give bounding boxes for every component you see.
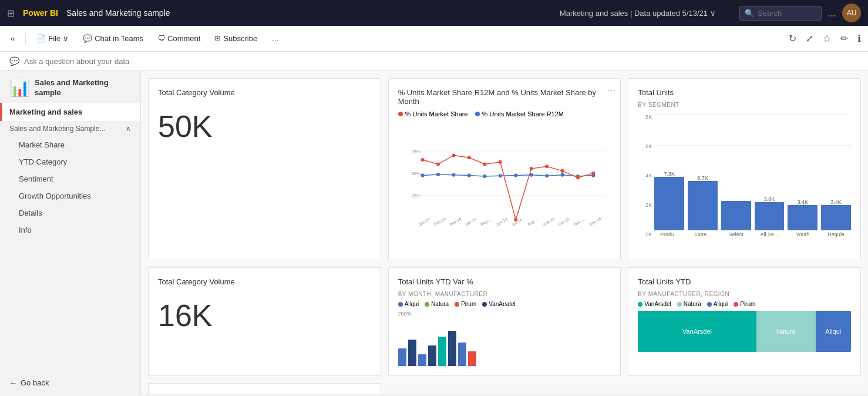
legend-aliqui: Aliqui xyxy=(398,301,419,307)
svg-text:25%: 25% xyxy=(411,193,420,199)
bar-chart-total-units[interactable]: 8K6K4K2K0K 7.3K xyxy=(638,114,851,249)
legend-dot-blue xyxy=(475,112,480,116)
legend-vanarsdel-ytd: VanArsdel xyxy=(638,301,671,307)
refresh-icon[interactable]: ↻ xyxy=(786,31,799,46)
legend-dot-red xyxy=(398,112,403,116)
legend-vanarsdel: VanArsdel xyxy=(482,301,515,307)
svg-point-6 xyxy=(420,173,424,177)
mini-bar xyxy=(448,331,456,366)
comment-label: Comment xyxy=(167,34,200,43)
bar-regula[interactable]: 3.4K Regula xyxy=(821,199,851,237)
main-layout: 📊 Sales and Marketing sample Marketing a… xyxy=(0,71,868,394)
ytd-var-bar-chart[interactable] xyxy=(398,319,611,366)
sidebar-item-marketing-sales[interactable]: Marketing and sales xyxy=(0,103,140,121)
bar-extre[interactable]: 6.7K Extre... xyxy=(688,175,718,237)
sidebar-item-ytd-category[interactable]: YTD Category xyxy=(0,153,140,170)
svg-point-10 xyxy=(483,174,486,178)
search-input[interactable] xyxy=(758,9,816,18)
card-pct-units-market-share: % Units Market Share 33% xyxy=(148,383,381,394)
bar-produ[interactable]: 7.3K Produ... xyxy=(654,171,684,237)
sidebar-item-info[interactable]: Info xyxy=(0,222,140,239)
expand-icon[interactable]: ⤢ xyxy=(803,31,816,46)
total-category-volume-value: 50K xyxy=(158,109,371,144)
go-back-icon: ← xyxy=(9,378,17,387)
card-total-units-ytd-var: Total Units YTD Var % BY MONTH, MANUFACT… xyxy=(388,267,621,376)
svg-point-25 xyxy=(529,167,533,170)
svg-point-22 xyxy=(483,163,486,166)
qna-icon: 💬 xyxy=(9,56,19,66)
brand-label: Power BI xyxy=(23,8,58,18)
treemap-total-units-ytd[interactable]: VanArsdel Natura Aliqui xyxy=(638,311,851,352)
treemap-cell-vanarsdel: VanArsdel xyxy=(638,311,756,352)
svg-point-19 xyxy=(436,163,440,166)
svg-point-27 xyxy=(560,169,564,173)
subscribe-button[interactable]: ✉ Subscribe xyxy=(208,31,263,46)
sidebar: 📊 Sales and Marketing sample Marketing a… xyxy=(0,71,141,394)
svg-text:Nov-...: Nov-... xyxy=(573,217,585,226)
bar-youth[interactable]: 3.4K Youth xyxy=(788,199,817,237)
svg-point-14 xyxy=(545,174,549,177)
svg-text:Jun-14: Jun-14 xyxy=(495,217,508,227)
back-chevrons-icon: « xyxy=(11,34,15,43)
card-subtitle-ytd-var: BY MONTH, MANUFACTURER xyxy=(398,291,611,297)
mini-bar xyxy=(398,348,406,366)
toolbar-separator xyxy=(25,33,26,45)
line-chart[interactable]: 35% 30% 25% xyxy=(398,121,611,250)
sidebar-report-title: Sales and Marketing sample xyxy=(35,78,131,98)
info-icon[interactable]: ℹ xyxy=(855,31,863,46)
legend-item-2: % Units Market Share R12M xyxy=(475,110,564,118)
sidebar-section-header[interactable]: Sales and Marketing Sample... ∧ xyxy=(0,121,140,136)
sidebar-item-sentiment[interactable]: Sentiment xyxy=(0,170,140,187)
power-bi-icon: 📊 xyxy=(9,78,30,98)
card-total-units-ytd: Total Units YTD BY MANUFACTURER, REGION … xyxy=(628,267,861,376)
total-category-volume-bottom-value: 16K xyxy=(158,298,371,333)
comment-icon: 🗨 xyxy=(157,34,165,43)
mini-bar xyxy=(418,354,426,366)
svg-text:May-...: May-... xyxy=(480,217,493,227)
svg-point-11 xyxy=(498,174,502,177)
svg-point-7 xyxy=(436,173,440,176)
svg-text:Mar-14: Mar-14 xyxy=(449,217,462,227)
bar-select[interactable]: Select xyxy=(721,201,751,237)
back-button[interactable]: « xyxy=(5,31,21,46)
bookmark-icon[interactable]: ☆ xyxy=(820,31,833,46)
comment-button[interactable]: 🗨 Comment xyxy=(152,31,206,46)
go-back-button[interactable]: ← Go back xyxy=(0,371,140,394)
toolbar: « 📄 File ∨ 💬 Chat in Teams 🗨 Comment ✉ S… xyxy=(0,26,868,52)
qna-input[interactable] xyxy=(24,57,230,66)
legend-item-1: % Units Market Share xyxy=(398,110,468,118)
edit-icon[interactable]: ✏ xyxy=(838,31,850,46)
treemap-cell-natura: Natura xyxy=(756,311,816,352)
mini-bar xyxy=(468,351,476,366)
sidebar-report-header: 📊 Sales and Marketing sample xyxy=(0,71,140,103)
avatar[interactable]: AU xyxy=(842,4,861,22)
more-icon: … xyxy=(271,34,279,43)
card-more-button[interactable]: … xyxy=(607,83,615,93)
more-options-button[interactable]: ... xyxy=(827,7,836,19)
svg-point-26 xyxy=(545,165,549,168)
legend-aliqui-ytd: Aliqui xyxy=(707,301,728,307)
sidebar-item-market-share[interactable]: Market Share xyxy=(0,136,140,153)
sidebar-item-growth-opportunities[interactable]: Growth Opportunities xyxy=(0,187,140,204)
card-subtitle-segment: BY SEGMENT xyxy=(638,102,851,108)
toolbar-more-button[interactable]: … xyxy=(265,31,285,46)
file-label: File xyxy=(48,34,60,43)
file-chevron-icon: ∨ xyxy=(63,34,69,43)
chat-in-teams-button[interactable]: 💬 Chat in Teams xyxy=(77,31,149,46)
svg-point-28 xyxy=(576,176,580,179)
active-nav-label: Marketing and sales xyxy=(9,108,82,116)
mini-bar xyxy=(428,345,436,366)
svg-text:Apr-14: Apr-14 xyxy=(464,217,477,227)
file-button[interactable]: 📄 File ∨ xyxy=(31,31,75,46)
sidebar-item-details[interactable]: Details xyxy=(0,204,140,222)
search-box[interactable]: 🔍 xyxy=(739,6,822,21)
waffle-icon[interactable]: ⊞ xyxy=(7,8,15,19)
toolbar-right-icons: ↻ ⤢ ☆ ✏ ℹ xyxy=(786,31,863,46)
card-subtitle-total-ytd: BY MANUFACTURER, REGION xyxy=(638,291,851,297)
card-title-total-units: Total Units xyxy=(638,88,851,97)
bar-allse[interactable]: 3.8K All Se... xyxy=(755,196,785,237)
svg-point-9 xyxy=(467,173,471,177)
svg-point-29 xyxy=(591,172,595,175)
svg-point-20 xyxy=(452,153,455,157)
svg-text:30%: 30% xyxy=(411,171,420,176)
